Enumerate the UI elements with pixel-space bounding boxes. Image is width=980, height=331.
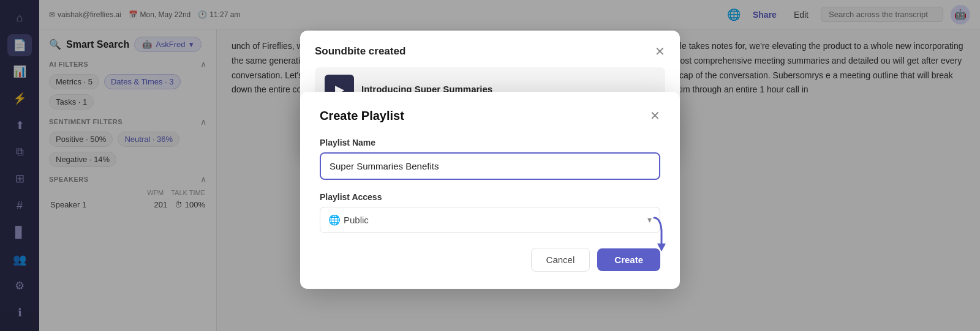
modal-actions: Cancel Create <box>320 248 660 272</box>
playlist-access-select[interactable]: Public Private <box>320 207 660 233</box>
create-playlist-title: Create Playlist <box>320 109 404 123</box>
create-playlist-close-button[interactable]: ✕ <box>650 110 660 122</box>
playlist-name-input[interactable] <box>320 152 660 180</box>
create-playlist-modal-header: Create Playlist ✕ <box>320 109 660 123</box>
playlist-name-label: Playlist Name <box>320 138 660 147</box>
soundbite-modal-header: Soundbite created ✕ <box>315 45 665 58</box>
create-button[interactable]: Create <box>597 248 660 271</box>
cancel-button[interactable]: Cancel <box>531 248 590 272</box>
create-button-wrapper: Create <box>597 248 660 271</box>
soundbite-close-button[interactable]: ✕ <box>655 45 665 58</box>
create-playlist-modal: Create Playlist ✕ Playlist Name Playlist… <box>300 92 680 289</box>
playlist-access-label: Playlist Access <box>320 192 660 202</box>
soundbite-modal-title: Soundbite created <box>315 45 405 58</box>
modal-stack: Soundbite created ✕ ▶ Introducing Super … <box>300 43 680 289</box>
playlist-access-row: 🌐 Public Private ▾ <box>320 207 660 233</box>
modal-overlay: Soundbite created ✕ ▶ Introducing Super … <box>0 0 980 331</box>
